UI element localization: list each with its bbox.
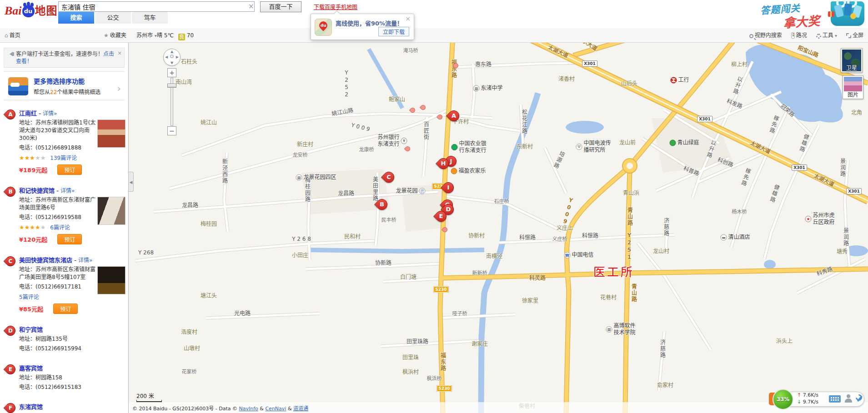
- map-label: 塘江头: [201, 291, 217, 299]
- detail-link[interactable]: 详情»: [60, 188, 75, 194]
- map-label: Y 268: [138, 249, 154, 256]
- hotel-name[interactable]: 和宁宾馆: [19, 326, 43, 333]
- book-button[interactable]: 预订: [53, 304, 78, 314]
- map-label: 协新路: [375, 259, 391, 266]
- hotel-photo[interactable]: [97, 197, 125, 225]
- poi-label: ▬清山酒店: [720, 234, 750, 241]
- filter-promo-card[interactable]: 更多筛选排序功能 帮您从22个结果中精挑细选 ›: [4, 71, 125, 100]
- map-label: Y 2 6 8: [292, 236, 311, 242]
- map-label: 枫浜村: [402, 368, 419, 375]
- map-label: 姚江山: [201, 118, 217, 126]
- map-canvas[interactable]: 福东路福东路科灵路青山路Y251Y009青山路太湖大道太湖大道太湖大道秀水大道阳…: [129, 36, 868, 413]
- road-shield-X301: X301: [582, 60, 597, 67]
- hotel-name[interactable]: 美田快捷宾馆东渚店: [19, 257, 72, 264]
- map-label: 福东路: [450, 60, 458, 79]
- map-label: 百匠街: [422, 121, 430, 140]
- copyright-link-NavInfo[interactable]: NavInfo: [239, 406, 258, 412]
- road-shield-X301: X301: [846, 188, 862, 194]
- map-label: 新泾西路: [221, 159, 229, 184]
- magnifier-icon: [749, 34, 753, 38]
- map-label: 北角: [851, 108, 862, 116]
- notice-close-icon[interactable]: ×: [117, 50, 122, 57]
- map-label: 义庄上: [557, 224, 573, 231]
- road-shield-S230: S230: [433, 286, 448, 293]
- hotel-name[interactable]: 东渚宾馆: [19, 403, 43, 410]
- download-rate: 9.7K/s: [803, 399, 818, 405]
- keyboard-icon[interactable]: [829, 395, 841, 403]
- tab-公交[interactable]: 公交: [95, 12, 131, 24]
- baidu-maps-logo[interactable]: Baidu地图: [5, 2, 58, 15]
- scale-bar: [136, 400, 162, 402]
- aqi-value: 70: [187, 32, 194, 39]
- pan-down-icon[interactable]: ▼: [171, 61, 173, 65]
- quiz-promo-banner[interactable]: 答题闯关 拿大奖: [743, 0, 868, 28]
- search-mode-tabs: 搜索公交驾车: [58, 12, 169, 24]
- pan-up-icon[interactable]: ▲: [171, 50, 173, 54]
- map-label: Y252: [343, 70, 350, 99]
- hotel-address: 地址：树园路158: [19, 374, 125, 382]
- pan-center-icon[interactable]: [170, 55, 174, 58]
- detail-link[interactable]: 详情»: [78, 257, 92, 264]
- reviews-link[interactable]: 139篇评论: [50, 155, 77, 161]
- copyright-link-CenNavi[interactable]: CenNavi: [265, 406, 286, 412]
- zoom-out-button[interactable]: −: [167, 126, 176, 135]
- pan-left-icon[interactable]: ◀: [165, 55, 168, 59]
- poi-label: 中国农业银行东渚支行: [451, 140, 486, 154]
- school-icon: ▦: [473, 85, 479, 91]
- tool-全屏[interactable]: 全屏: [846, 28, 863, 43]
- map-label: 福东路: [439, 353, 447, 372]
- download-mobile-map-link[interactable]: 下载百度手机地图: [314, 3, 357, 10]
- reviews-link[interactable]: 6篇评论: [50, 224, 70, 231]
- detail-link[interactable]: 详情»: [43, 110, 57, 117]
- map-label: 新新桥: [472, 269, 487, 276]
- sidebar-collapse-handle[interactable]: ◀: [129, 172, 134, 192]
- pictures-layer-button[interactable]: 图片: [843, 75, 863, 99]
- hotel-name[interactable]: 嘉客宾馆: [19, 365, 43, 372]
- bed-icon: [8, 77, 28, 95]
- home-link[interactable]: ⌂首页: [5, 28, 20, 43]
- map-label: 民丰桥: [381, 216, 396, 223]
- pan-right-icon[interactable]: ▶: [176, 55, 179, 59]
- tab-active-搜索[interactable]: 搜索: [58, 12, 94, 24]
- poi-label: 福盈农家乐: [451, 168, 486, 174]
- search-input[interactable]: [58, 1, 255, 12]
- popup-close-icon[interactable]: ×: [405, 15, 411, 22]
- satellite-layer-button[interactable]: 卫星: [841, 48, 863, 73]
- road-shield-S230: S230: [437, 385, 452, 392]
- bank-green-icon: [451, 144, 457, 150]
- tool-工具[interactable]: 工具 ▾: [816, 28, 837, 43]
- map-label: 南山湾: [176, 78, 192, 85]
- user-icon[interactable]: [844, 394, 853, 403]
- copyright-link-道道通[interactable]: 道道通: [293, 406, 308, 412]
- book-button[interactable]: 预订: [57, 164, 82, 175]
- map-pan-control[interactable]: ▲ ▼ ◀ ▶: [163, 49, 181, 66]
- zoom-in-button[interactable]: +: [167, 68, 176, 77]
- favorites-link[interactable]: ★收藏夹: [104, 28, 126, 43]
- tab-驾车[interactable]: 驾车: [132, 12, 168, 24]
- book-button[interactable]: 预订: [57, 234, 82, 244]
- results-sidebar: 客户端打卡送土豪金啦，速速参与！点击查看！ × 更多筛选排序功能 帮您从22个结…: [0, 43, 129, 413]
- tools-wrench-icon[interactable]: [855, 394, 863, 403]
- map-label: 鲍家山: [389, 95, 405, 103]
- scale-text: 200 米: [136, 392, 162, 399]
- result-pin-icon: D: [3, 323, 17, 338]
- map-label: 枫浜桥: [427, 374, 442, 382]
- city-selector[interactable]: 苏州市 ▾: [136, 28, 157, 43]
- zoom-slider-handle[interactable]: [167, 84, 176, 88]
- map-label: 科灵路: [529, 274, 546, 281]
- hotel-name[interactable]: 和记快捷宾馆: [19, 187, 55, 194]
- map-label: 渚香村: [558, 75, 575, 82]
- clear-search-icon[interactable]: ×: [248, 2, 254, 10]
- map-label: 科憬路: [519, 233, 536, 241]
- map-label: 浜头上: [776, 337, 793, 344]
- result-pin-icon: B: [3, 184, 17, 199]
- hotel-name[interactable]: 江南红: [19, 110, 37, 117]
- download-arrow-icon: ↓: [797, 399, 801, 405]
- map-label: 光电路: [234, 309, 251, 317]
- aqi-badge: 良: [178, 34, 185, 40]
- download-now-button[interactable]: 立即下载: [378, 27, 409, 36]
- search-button[interactable]: 百度一下: [260, 1, 301, 12]
- tool-视野内搜索[interactable]: 视野内搜索: [749, 28, 782, 43]
- hotel-photo[interactable]: [97, 266, 125, 294]
- hotel-photo[interactable]: [97, 119, 125, 148]
